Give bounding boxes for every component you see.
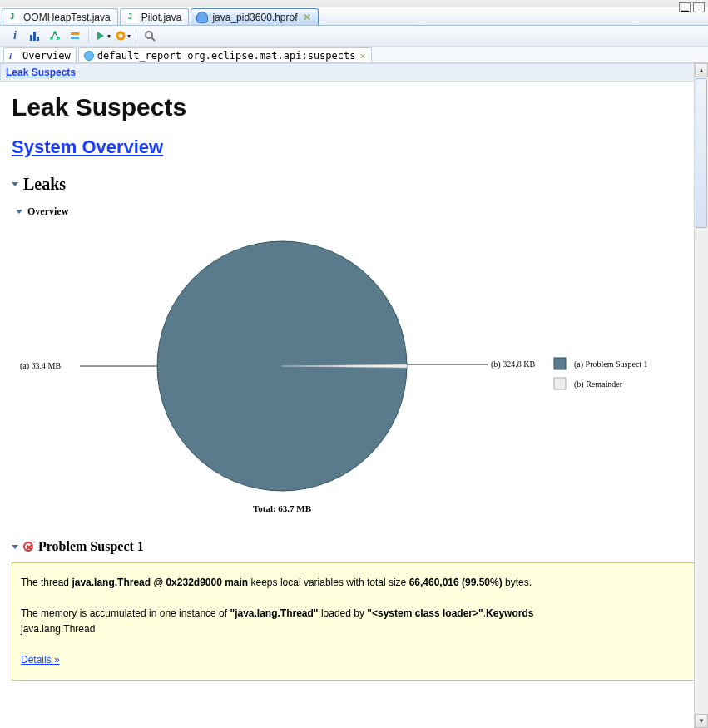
breadcrumb-link[interactable]: Leak Suspects [6,67,76,78]
close-icon[interactable]: ✕ [359,50,365,62]
vertical-scrollbar[interactable]: ▲ ▼ [694,63,708,728]
editor-tab-label: Pilot.java [141,12,182,23]
report-tab-label: default_report org.eclipse.mat.api:suspe… [97,50,356,62]
query-browser-button[interactable] [114,27,131,44]
svg-rect-0 [30,35,32,41]
java-file-icon [126,12,137,23]
suspect-details-box: The thread java.lang.Thread @ 0x232d9000… [12,562,696,681]
run-icon [95,30,106,42]
svg-rect-7 [71,37,79,39]
histogram-icon [29,30,41,42]
details-link[interactable]: Details » [21,654,60,666]
maximize-icon[interactable] [693,2,705,12]
report-icon [84,51,94,61]
tree-icon [49,30,61,42]
mat-toolbar: i [0,26,708,47]
svg-rect-14 [554,358,566,369]
report-tab-overview[interactable]: i Overview [3,47,77,62]
editor-tab-label: OOMHeapTest.java [23,12,111,23]
window-titlebar [0,0,708,7]
slice-label-a: (a) 63.4 MB [20,361,61,371]
scroll-down-button[interactable]: ▼ [695,714,708,728]
search-icon [144,30,156,42]
svg-rect-2 [37,37,39,41]
legend-b: (b) Remainder [574,379,623,389]
svg-line-10 [151,37,155,41]
find-button[interactable] [141,27,158,44]
editor-tab-label: java_pid3600.hprof [212,12,297,23]
editor-tab-oomheaptest[interactable]: OOMHeapTest.java [2,8,118,25]
system-overview-link[interactable]: System Overview [12,136,163,158]
java-file-icon [7,12,19,23]
breadcrumb: Leak Suspects [0,63,708,82]
toolbar-separator [88,28,89,43]
expand-icon [12,182,18,186]
info-icon: i [9,51,19,61]
editor-tab-hprof[interactable]: java_pid3600.hprof ✕ [191,8,318,25]
expand-icon [12,545,18,549]
pie-chart: (a) 63.4 MB (b) 324.8 KB (a) Problem Sus… [12,225,696,524]
report-tab-label: Overview [22,50,71,62]
report-tab-row: i Overview default_report org.eclipse.ma… [0,47,708,63]
minimize-icon[interactable]: ▁ [679,2,691,12]
toolbar-separator [136,28,136,43]
histogram-button[interactable] [27,27,43,44]
chart-total: Total: 63.7 MB [253,503,312,513]
error-icon [23,542,33,552]
oql-icon [69,30,81,42]
section-heading: Problem Suspect 1 [38,539,144,554]
oql-button[interactable] [67,27,83,44]
legend-a: (a) Problem Suspect 1 [574,359,648,369]
suspect-line-2: The memory is accumulated in one instanc… [21,606,687,636]
thread-overview-button[interactable] [94,27,111,44]
svg-rect-15 [554,378,566,389]
report-tab-suspects[interactable]: default_report org.eclipse.mat.api:suspe… [78,47,372,62]
section-overview[interactable]: Overview [16,206,696,218]
editor-tab-pilot[interactable]: Pilot.java [120,8,190,25]
page-title: Leak Suspects [12,93,696,121]
scroll-thumb[interactable] [696,78,707,228]
overview-button[interactable]: i [7,27,23,44]
section-heading: Overview [27,206,68,218]
editor-tab-row: OOMHeapTest.java Pilot.java java_pid3600… [0,7,708,26]
scroll-up-button[interactable]: ▲ [695,63,708,77]
expand-icon [16,210,22,214]
section-problem-suspect[interactable]: Problem Suspect 1 [12,539,696,554]
section-heading: Leaks [23,175,66,194]
svg-point-9 [146,32,152,38]
close-icon[interactable]: ✕ [303,12,311,23]
svg-rect-6 [71,32,79,35]
svg-rect-1 [33,32,36,41]
window-controls: ▁ [679,0,705,15]
suspect-line-1: The thread java.lang.Thread @ 0x232d9000… [21,575,687,591]
report-content: Leak Suspects Leak Suspects System Overv… [0,63,708,728]
slice-label-b: (b) 324.8 KB [491,359,535,369]
gear-icon [115,30,126,42]
heap-dump-icon [196,12,208,23]
section-leaks[interactable]: Leaks [12,175,696,194]
dominator-tree-button[interactable] [47,27,63,44]
svg-point-8 [117,32,124,39]
